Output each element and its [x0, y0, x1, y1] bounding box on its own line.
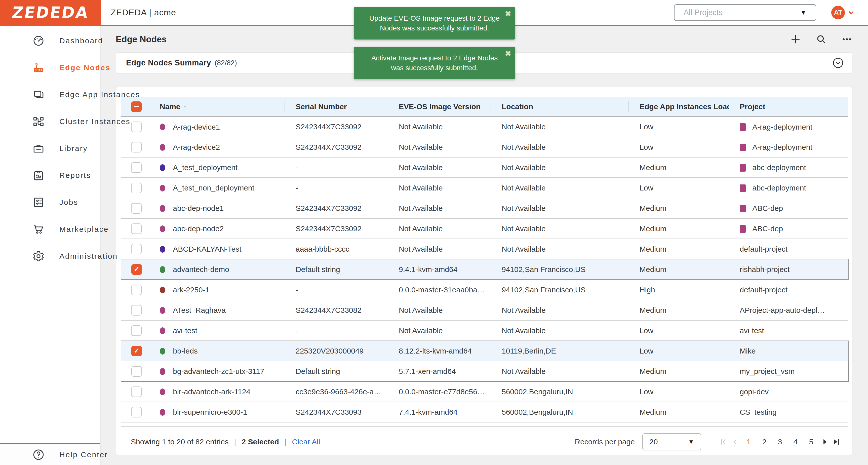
page-number-3[interactable]: 3	[772, 438, 788, 446]
add-edge-node-icon[interactable]	[790, 34, 801, 45]
row-checkbox[interactable]: ✓	[131, 264, 142, 275]
row-checkbox[interactable]: ✓	[131, 122, 142, 132]
table-row[interactable]: ✓ A-rag-device1 S242344X7C33092 Not Avai…	[121, 117, 848, 137]
toast-close-icon[interactable]: ✖	[505, 50, 511, 57]
search-icon[interactable]	[816, 34, 827, 45]
serial-number-cell: S242344X7C33092	[284, 198, 388, 218]
previous-page-icon[interactable]	[730, 436, 741, 447]
row-checkbox[interactable]: ✓	[131, 285, 142, 295]
more-options-icon[interactable]	[841, 34, 852, 45]
table-row[interactable]: ✓ bg-advantech-zc1-utx-3117 Default stri…	[121, 361, 848, 381]
next-page-icon[interactable]	[819, 436, 831, 447]
table-row[interactable]: ✓ advantech-demo Default string 9.4.1-kv…	[121, 259, 848, 280]
row-checkbox[interactable]: ✓	[131, 326, 142, 336]
zededa-logo-text: ZEDEDA	[11, 3, 90, 22]
table-row[interactable]: ✓ blr-advantech-ark-1124 cc3e9e36-9663-4…	[121, 381, 848, 402]
user-avatar[interactable]: AT	[831, 6, 845, 20]
clear-all-link[interactable]: Clear All	[292, 438, 320, 446]
row-checkbox[interactable]: ✓	[131, 346, 142, 356]
sidebar-item-cluster-instances[interactable]: Cluster Instances	[0, 108, 100, 135]
sidebar-item-edge-app-instances[interactable]: Edge App Instances	[0, 81, 100, 108]
sidebar-item-dashboard[interactable]: Dashboard	[0, 27, 100, 54]
status-dot-icon	[160, 368, 165, 375]
table-row[interactable]: ✓ ATest_Raghava S242344X7C33082 Not Avai…	[121, 300, 848, 320]
select-all-cell	[121, 97, 149, 117]
row-checkbox[interactable]: ✓	[131, 162, 142, 173]
column-header-serial[interactable]: Serial Number	[284, 97, 388, 117]
table-row[interactable]: ✓ ark-2250-1 - 0.0.0-master-31eaa0ba-… 9…	[121, 280, 848, 300]
load-cell: Medium	[628, 259, 728, 280]
page-number-1[interactable]: 1	[741, 438, 756, 446]
node-name: ABCD-KALYAN-Test	[173, 245, 241, 253]
column-header-project[interactable]: Project	[728, 97, 848, 117]
location-cell: Not Available	[491, 320, 628, 341]
sidebar-item-library[interactable]: Library	[0, 135, 100, 162]
page-number-4[interactable]: 4	[788, 438, 803, 446]
row-checkbox[interactable]: ✓	[131, 223, 142, 234]
page-number-2[interactable]: 2	[756, 438, 772, 446]
column-header-eve-os[interactable]: EVE-OS Image Version	[388, 97, 491, 117]
load-cell: Low	[628, 341, 728, 361]
node-name: advantech-demo	[173, 266, 229, 274]
serial-number-cell: Default string	[284, 259, 388, 280]
node-name: avi-test	[173, 327, 197, 335]
load-cell: High	[628, 280, 728, 300]
location-cell: 10119,Berlin,DE	[491, 341, 628, 361]
expand-summary-chevron-icon[interactable]	[832, 57, 844, 69]
column-header-location[interactable]: Location	[491, 97, 628, 117]
column-header-load[interactable]: Edge App Instances Load	[628, 97, 728, 117]
location-cell: Not Available	[491, 157, 628, 178]
row-checkbox[interactable]: ✓	[131, 142, 142, 153]
sidebar-item-edge-nodes[interactable]: Edge Nodes	[0, 54, 100, 81]
row-checkbox[interactable]: ✓	[131, 386, 142, 397]
row-checkbox[interactable]: ✓	[131, 366, 142, 377]
first-page-icon[interactable]	[718, 436, 730, 447]
serial-number-cell: -	[284, 280, 388, 300]
table-row[interactable]: ✓ blr-supermicro-e300-1 S242344X7C33093 …	[121, 402, 848, 422]
table-footer: Showing 1 to 20 of 82 entries | 2 Select…	[121, 427, 848, 455]
table-row[interactable]: ✓ bb-leds 225320V203000049 8.12.2-lts-kv…	[121, 341, 848, 361]
load-cell: Medium	[628, 198, 728, 218]
table-row[interactable]: ✓ A-rag-device2 S242344X7C33092 Not Avai…	[121, 137, 848, 157]
load-cell: Low	[628, 320, 728, 341]
project-name: Mike	[740, 347, 755, 355]
sidebar-item-help-center[interactable]: Help Center	[0, 443, 100, 465]
table-row[interactable]: ✓ abc-dep-node1 S242344X7C33092 Not Avai…	[121, 198, 848, 218]
row-checkbox[interactable]: ✓	[131, 244, 142, 254]
table-row[interactable]: ✓ ABCD-KALYAN-Test aaaa-bbbb-cccc Not Av…	[121, 239, 848, 259]
table-row[interactable]: ✓ avi-test - Not Available Not Available…	[121, 320, 848, 341]
status-dot-icon	[160, 144, 165, 151]
project-filter-placeholder: All Projects	[684, 8, 722, 17]
location-cell: 94102,San Francisco,US	[491, 259, 628, 280]
status-dot-icon	[160, 389, 165, 395]
reports-icon	[32, 169, 45, 182]
row-checkbox[interactable]: ✓	[131, 183, 142, 193]
select-all-checkbox[interactable]	[131, 101, 142, 112]
zededa-logo[interactable]: ZEDEDA	[0, 0, 101, 26]
node-name: abc-dep-node2	[173, 225, 224, 233]
row-checkbox[interactable]: ✓	[131, 407, 142, 417]
sidebar-item-marketplace[interactable]: Marketplace	[0, 216, 100, 243]
eve-os-version-cell: 0.0.0-master-31eaa0ba-…	[388, 280, 491, 300]
row-checkbox[interactable]: ✓	[131, 305, 142, 315]
column-header-name[interactable]: Name↑	[149, 97, 284, 117]
user-menu-chevron-icon[interactable]	[847, 8, 856, 17]
toast-close-icon[interactable]: ✖	[505, 10, 511, 18]
load-cell: Low	[628, 137, 728, 157]
project-marker-icon	[740, 225, 746, 233]
table-row[interactable]: ✓ A_test_deployment - Not Available Not …	[121, 157, 848, 178]
last-page-icon[interactable]	[831, 436, 842, 447]
records-per-page-select[interactable]: 20 ▼	[642, 433, 701, 451]
sidebar-item-label: Jobs	[59, 198, 78, 207]
sidebar-item-jobs[interactable]: Jobs	[0, 189, 100, 216]
table-row[interactable]: ✓ abc-dep-node2 S242344X7C33092 Not Avai…	[121, 218, 848, 239]
sidebar-item-label: Help Center	[59, 451, 108, 459]
eve-os-version-cell: Not Available	[388, 218, 491, 239]
row-checkbox[interactable]: ✓	[131, 203, 142, 214]
page-number-5[interactable]: 5	[803, 438, 819, 446]
eve-os-version-cell: 9.4.1-kvm-amd64	[388, 259, 491, 280]
project-filter-select[interactable]: All Projects ▼	[674, 4, 816, 21]
table-row[interactable]: ✓ A_test_non_deployment - Not Available …	[121, 178, 848, 198]
sidebar-item-administration[interactable]: Administration	[0, 243, 100, 270]
sidebar-item-reports[interactable]: Reports	[0, 162, 100, 189]
